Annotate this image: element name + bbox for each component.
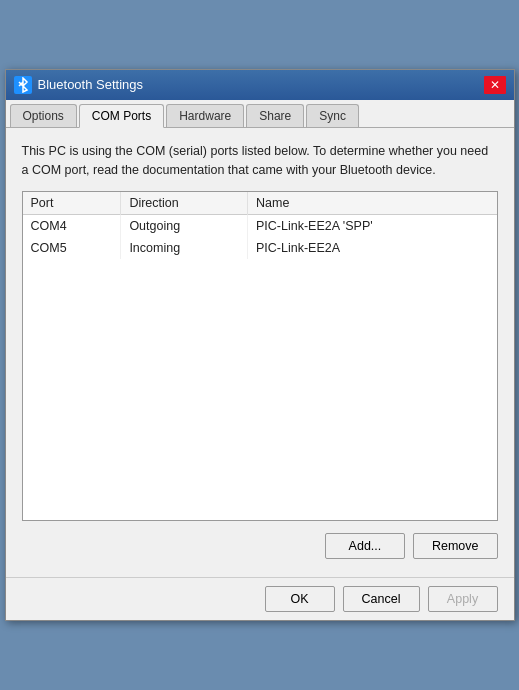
tab-sync[interactable]: Sync: [306, 104, 359, 127]
window-title: Bluetooth Settings: [38, 77, 144, 92]
tab-hardware[interactable]: Hardware: [166, 104, 244, 127]
close-button[interactable]: ✕: [484, 76, 506, 94]
cell-direction: Incoming: [121, 237, 248, 259]
cell-name: PIC-Link-EE2A 'SPP': [248, 215, 497, 238]
ok-button[interactable]: OK: [265, 586, 335, 612]
tab-bar: Options COM Ports Hardware Share Sync: [6, 100, 514, 128]
remove-button[interactable]: Remove: [413, 533, 498, 559]
table-body: COM4OutgoingPIC-Link-EE2A 'SPP'COM5Incom…: [23, 215, 497, 260]
col-header-direction: Direction: [121, 192, 248, 215]
com-ports-table-container: Port Direction Name COM4OutgoingPIC-Link…: [22, 191, 498, 521]
cell-port: COM5: [23, 237, 121, 259]
apply-button[interactable]: Apply: [428, 586, 498, 612]
table-row[interactable]: COM5IncomingPIC-Link-EE2A: [23, 237, 497, 259]
tab-options[interactable]: Options: [10, 104, 77, 127]
footer: OK Cancel Apply: [6, 577, 514, 620]
table-header-row: Port Direction Name: [23, 192, 497, 215]
cell-name: PIC-Link-EE2A: [248, 237, 497, 259]
add-button[interactable]: Add...: [325, 533, 405, 559]
cell-port: COM4: [23, 215, 121, 238]
description-text: This PC is using the COM (serial) ports …: [22, 142, 498, 180]
title-bar-left: Bluetooth Settings: [14, 76, 144, 94]
tab-com-ports[interactable]: COM Ports: [79, 104, 164, 128]
tab-content: This PC is using the COM (serial) ports …: [6, 128, 514, 578]
col-header-name: Name: [248, 192, 497, 215]
bluetooth-icon: [14, 76, 32, 94]
com-ports-table: Port Direction Name COM4OutgoingPIC-Link…: [23, 192, 497, 259]
col-header-port: Port: [23, 192, 121, 215]
title-bar: Bluetooth Settings ✕: [6, 70, 514, 100]
cell-direction: Outgoing: [121, 215, 248, 238]
tab-share[interactable]: Share: [246, 104, 304, 127]
table-row[interactable]: COM4OutgoingPIC-Link-EE2A 'SPP': [23, 215, 497, 238]
cancel-button[interactable]: Cancel: [343, 586, 420, 612]
dialog-window: Bluetooth Settings ✕ Options COM Ports H…: [5, 69, 515, 622]
table-action-buttons: Add... Remove: [22, 533, 498, 559]
